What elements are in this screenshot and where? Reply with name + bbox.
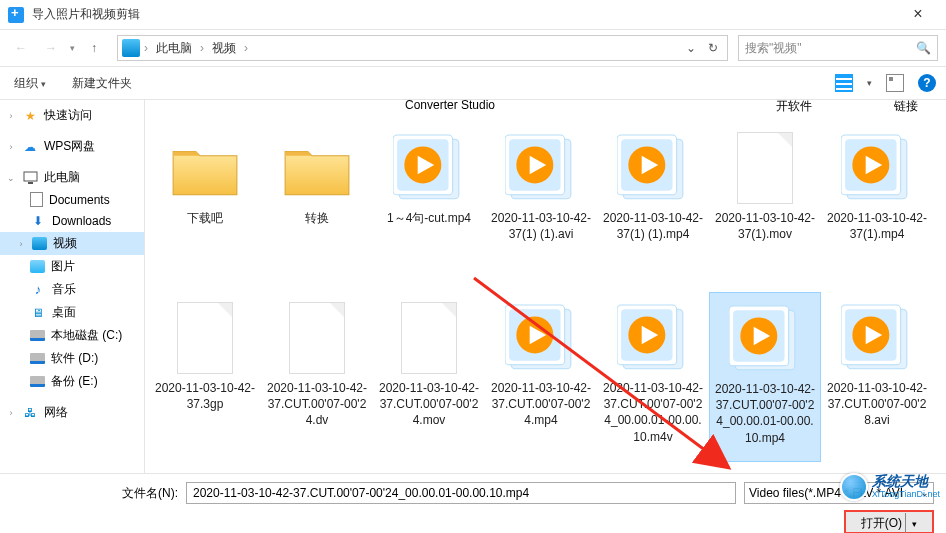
cut-label-open-sw: 开软件 <box>739 100 849 115</box>
close-button[interactable]: × <box>898 1 938 29</box>
watermark-globe-icon <box>840 473 868 501</box>
nav-bar: ← → ▾ ↑ › 此电脑 › 视频 › ⌄ ↻ 搜索"视频" 🔍 <box>0 30 946 66</box>
video-icon <box>503 132 579 204</box>
file-label: 2020-11-03-10-42-37.CUT.00'07-00'24_00.0… <box>601 380 705 445</box>
up-button[interactable]: ↑ <box>81 35 107 61</box>
cut-label-link: 链接 <box>851 100 946 115</box>
file-label: 2020-11-03-10-42-37(1).mp4 <box>825 210 929 242</box>
sidebar-item-desktop[interactable]: 🖥桌面 <box>0 301 144 324</box>
app-icon <box>8 7 24 23</box>
sidebar-item-quick-access[interactable]: ›★快速访问 <box>0 104 144 127</box>
file-label: 2020-11-03-10-42-37.CUT.00'07-00'28.avi <box>825 380 929 429</box>
view-mode-button[interactable] <box>835 74 853 92</box>
file-tile[interactable]: 2020-11-03-10-42-37.CUT.00'07-00'24.mp4 <box>485 292 597 462</box>
file-icon <box>289 302 345 374</box>
sidebar-item-pictures[interactable]: 图片 <box>0 255 144 278</box>
svg-rect-4 <box>24 172 37 181</box>
refresh-button[interactable]: ↻ <box>703 41 723 55</box>
file-label: 2020-11-03-10-42-37(1) (1).mp4 <box>601 210 705 242</box>
search-placeholder: 搜索"视频" <box>745 40 802 57</box>
file-label: 转换 <box>305 210 329 226</box>
file-tile[interactable]: 2020-11-03-10-42-37.3gp <box>149 292 261 462</box>
file-tile[interactable]: 2020-11-03-10-42-37.CUT.00'07-00'24_00.0… <box>597 292 709 462</box>
help-button[interactable]: ? <box>918 74 936 92</box>
sidebar-item-documents[interactable]: Documents <box>0 189 144 210</box>
history-dropdown[interactable]: ▾ <box>70 43 75 53</box>
location-icon <box>122 39 140 57</box>
address-bar[interactable]: › 此电脑 › 视频 › ⌄ ↻ <box>117 35 728 61</box>
crumb-this-pc[interactable]: 此电脑 <box>152 40 196 57</box>
window-title: 导入照片和视频剪辑 <box>32 6 898 23</box>
file-tile[interactable]: 2020-11-03-10-42-37.CUT.00'07-00'24_00.0… <box>709 292 821 462</box>
sidebar: ›★快速访问 ›☁WPS网盘 ⌄此电脑 Documents ⬇Downloads… <box>0 100 145 473</box>
forward-button[interactable]: → <box>38 35 64 61</box>
folder-icon <box>167 132 243 204</box>
file-tile[interactable]: 1～4句-cut.mp4 <box>373 122 485 292</box>
video-icon <box>839 132 915 204</box>
file-label: 1～4句-cut.mp4 <box>387 210 471 226</box>
file-tile[interactable]: 2020-11-03-10-42-37.CUT.00'07-00'28.avi <box>821 292 933 462</box>
file-tile[interactable]: 2020-11-03-10-42-37.CUT.00'07-00'24.dv <box>261 292 373 462</box>
file-label: 2020-11-03-10-42-37.CUT.00'07-00'24.dv <box>265 380 369 429</box>
file-tile[interactable]: 下载吧 <box>149 122 261 292</box>
video-icon <box>727 303 803 375</box>
file-label: 2020-11-03-10-42-37.3gp <box>153 380 257 412</box>
sidebar-item-network[interactable]: ›🖧网络 <box>0 401 144 424</box>
toolbar: 组织 新建文件夹 ▾ ? <box>0 66 946 100</box>
sidebar-item-videos[interactable]: ›视频 <box>0 232 144 255</box>
view-mode-dropdown[interactable]: ▾ <box>867 78 872 88</box>
file-label: 2020-11-03-10-42-37.CUT.00'07-00'24.mov <box>377 380 481 429</box>
file-tile[interactable]: 2020-11-03-10-42-37(1) (1).mp4 <box>597 122 709 292</box>
sidebar-item-e-drive[interactable]: 备份 (E:) <box>0 370 144 393</box>
file-tile[interactable]: 2020-11-03-10-42-37.CUT.00'07-00'24.mov <box>373 292 485 462</box>
footer: 文件名(N): Video files(*.MP4 *.FLV *.AVI⌄ 打… <box>0 473 946 533</box>
video-icon <box>615 132 691 204</box>
search-icon[interactable]: 🔍 <box>916 41 931 55</box>
file-icon <box>737 132 793 204</box>
video-icon <box>839 302 915 374</box>
filename-input[interactable] <box>186 482 736 504</box>
file-label: 2020-11-03-10-42-37.CUT.00'07-00'24.mp4 <box>489 380 593 429</box>
file-list[interactable]: Converter Studio 开软件 链接 下载吧转换1～4句-cut.mp… <box>145 100 946 473</box>
file-icon <box>401 302 457 374</box>
filename-label: 文件名(N): <box>122 485 178 502</box>
address-dropdown[interactable]: ⌄ <box>681 41 701 55</box>
file-label: 2020-11-03-10-42-37.CUT.00'07-00'24_00.0… <box>714 381 816 446</box>
open-button[interactable]: 打开(O) ▾ <box>844 510 934 533</box>
organize-menu[interactable]: 组织 <box>10 73 50 94</box>
file-label: 下载吧 <box>187 210 223 226</box>
sidebar-item-c-drive[interactable]: 本地磁盘 (C:) <box>0 324 144 347</box>
watermark: 系统天地 XiTongTianDi.net <box>840 473 940 501</box>
body: ›★快速访问 ›☁WPS网盘 ⌄此电脑 Documents ⬇Downloads… <box>0 100 946 473</box>
sidebar-item-downloads[interactable]: ⬇Downloads <box>0 210 144 232</box>
crumb-videos[interactable]: 视频 <box>208 40 240 57</box>
file-tile[interactable]: 转换 <box>261 122 373 292</box>
back-button[interactable]: ← <box>8 35 34 61</box>
search-input[interactable]: 搜索"视频" 🔍 <box>738 35 938 61</box>
cut-label-studio: Converter Studio <box>395 100 505 112</box>
file-label: 2020-11-03-10-42-37(1).mov <box>713 210 817 242</box>
file-tile[interactable]: 2020-11-03-10-42-37(1) (1).avi <box>485 122 597 292</box>
file-label: 2020-11-03-10-42-37(1) (1).avi <box>489 210 593 242</box>
sidebar-item-music[interactable]: ♪音乐 <box>0 278 144 301</box>
video-icon <box>391 132 467 204</box>
folder-icon <box>279 132 355 204</box>
svg-rect-5 <box>28 182 33 184</box>
sidebar-item-d-drive[interactable]: 软件 (D:) <box>0 347 144 370</box>
preview-pane-button[interactable] <box>886 74 904 92</box>
new-folder-button[interactable]: 新建文件夹 <box>68 73 136 94</box>
video-icon <box>615 302 691 374</box>
file-tile[interactable]: 2020-11-03-10-42-37(1).mov <box>709 122 821 292</box>
file-tile[interactable]: 2020-11-03-10-42-37(1).mp4 <box>821 122 933 292</box>
sidebar-item-wps[interactable]: ›☁WPS网盘 <box>0 135 144 158</box>
sidebar-item-this-pc[interactable]: ⌄此电脑 <box>0 166 144 189</box>
title-bar: 导入照片和视频剪辑 × <box>0 0 946 30</box>
video-icon <box>503 302 579 374</box>
file-icon <box>177 302 233 374</box>
